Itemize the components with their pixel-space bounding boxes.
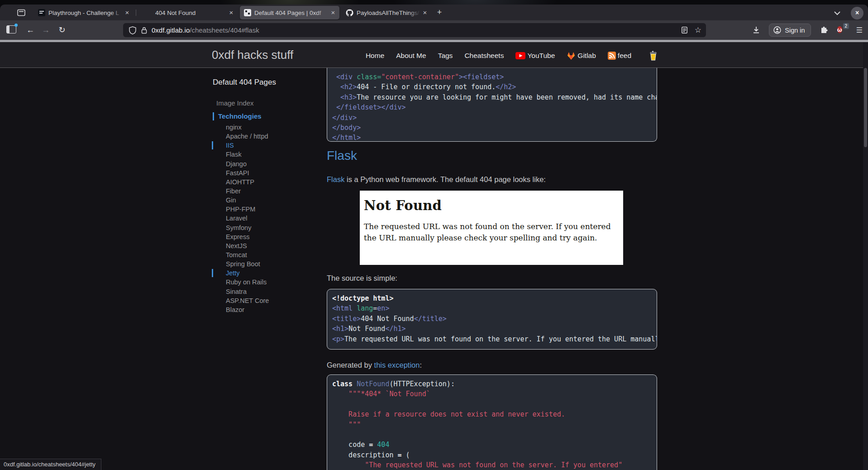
sidebar-item-express[interactable]: Express — [213, 232, 308, 241]
tab-playthrough[interactable]: Playthrough - Challenge L × — [34, 6, 134, 19]
code-line: class NotFound(HTTPException): — [332, 379, 657, 389]
sidebar-item-laravel[interactable]: Laravel — [213, 214, 308, 223]
scrollbar-thumb[interactable] — [864, 68, 867, 147]
bookmark-star-icon[interactable]: ☆ — [695, 25, 701, 35]
code-line: <h1>Not Found</h1> — [332, 324, 657, 334]
github-icon — [346, 9, 353, 16]
active-marker — [212, 141, 213, 149]
beer-cup-icon — [649, 51, 657, 61]
code-line — [332, 399, 657, 409]
active-marker — [212, 269, 213, 277]
tab-separator — [136, 10, 136, 16]
flask-link[interactable]: Flask — [327, 175, 344, 183]
site-title[interactable]: 0xdf hacks stuff — [212, 48, 293, 62]
sign-in-button[interactable]: Sign in — [769, 24, 811, 37]
sidebar-item-iis[interactable]: IIS — [213, 141, 308, 150]
sidebar-item-apache-httpd[interactable]: Apache / httpd — [213, 132, 308, 141]
sidebar-item-jetty[interactable]: Jetty — [213, 269, 308, 278]
sidebar-item-php-fpm[interactable]: PHP-FPM — [213, 205, 308, 214]
code-line: </html> — [332, 133, 657, 142]
sidebar-item-sinatra[interactable]: Sinatra — [213, 287, 308, 296]
sidebar-item-gin[interactable]: Gin — [213, 196, 308, 205]
code-line — [332, 430, 657, 440]
nav-tags[interactable]: Tags — [438, 52, 453, 60]
code-line: </div> — [332, 113, 657, 123]
account-icon — [773, 26, 781, 34]
tab-list-chevron-icon[interactable] — [834, 11, 841, 15]
new-tab-button[interactable]: + — [434, 7, 445, 18]
sidebar-item-blazor[interactable]: Blazor — [213, 305, 308, 314]
reload-button[interactable]: ↻ — [56, 24, 68, 36]
code-block-iis-404[interactable]: <div class="content-container"><fieldset… — [327, 68, 657, 142]
sidebar-item-nginx[interactable]: nginx — [213, 123, 308, 132]
flask-paragraph: Flask is a Python web framework. The def… — [327, 174, 546, 185]
code-line: <html lang=en> — [332, 303, 657, 313]
extension-icon[interactable]: ω 2 — [837, 25, 847, 35]
active-marker — [213, 112, 214, 120]
tab-close-icon[interactable]: × — [227, 8, 236, 17]
sidebar-item-django[interactable]: Django — [213, 159, 308, 168]
window-close-button[interactable]: × — [851, 7, 863, 19]
tab-close-icon[interactable]: × — [420, 8, 429, 17]
code-line: <h3>The resource you are looking for mig… — [332, 92, 657, 102]
sidebar-title: Default 404 Pages — [213, 78, 308, 87]
code-line: <p>The requested URL was not found on th… — [332, 334, 657, 344]
sidebar-section-technologies[interactable]: Technologies — [218, 112, 308, 120]
tab-favicon — [38, 9, 45, 16]
browser-window: Playthrough - Challenge L × 404 Not Foun… — [0, 5, 868, 470]
downloads-icon[interactable] — [753, 26, 760, 34]
code-line: """*404* `Not Found` — [332, 389, 657, 399]
lock-icon[interactable] — [141, 27, 147, 34]
sidebar-item-spring-boot[interactable]: Spring Boot — [213, 259, 308, 269]
tab-payloadsallthethings[interactable]: PayloadsAllTheThings/Ser × — [342, 6, 431, 19]
notfound-body: The requested URL was not found on the s… — [364, 221, 614, 244]
sidebar-item-flask[interactable]: Flask — [213, 150, 308, 159]
page-sidebar: Default 404 Pages Image Index Technologi… — [213, 78, 308, 314]
exception-link[interactable]: this exception — [374, 361, 420, 369]
nav-home[interactable]: Home — [366, 52, 384, 60]
generated-paragraph: Generated by this exception: — [327, 360, 422, 370]
code-line: <h2>404 - File or directory not found.</… — [332, 82, 657, 92]
nav-tip-cup[interactable] — [649, 51, 657, 61]
sidebar-item-nextjs[interactable]: NextJS — [213, 241, 308, 250]
extensions-puzzle-icon[interactable] — [820, 26, 828, 34]
gitlab-icon — [567, 52, 576, 60]
source-paragraph: The source is simple: — [327, 273, 397, 283]
code-block-flask-html[interactable]: <!doctype html><html lang=en><title>404 … — [327, 289, 657, 350]
tab-manager-icon[interactable] — [15, 8, 27, 18]
menu-hamburger-icon[interactable]: ☰ — [856, 26, 863, 34]
forward-button[interactable]: → — [40, 24, 52, 36]
sidebar-item-symfony[interactable]: Symfony — [213, 223, 308, 232]
sidebar-item-image-index[interactable]: Image Index — [216, 99, 308, 107]
code-line: "The requested URL was not found on the … — [332, 460, 657, 470]
browser-toolbar: ← → ↻ 0xdf.gitlab.io/cheatsheets/404#fla… — [0, 20, 868, 40]
reader-mode-icon[interactable] — [682, 27, 687, 34]
nav-gitlab[interactable]: Gitlab — [567, 52, 596, 60]
code-block-notfound-class[interactable]: class NotFound(HTTPException): """*404* … — [327, 374, 657, 470]
section-heading-flask[interactable]: Flask — [327, 149, 357, 163]
page-viewport[interactable]: 0xdf hacks stuff Home About Me Tags Chea… — [0, 40, 868, 470]
nav-youtube[interactable]: YouTube — [515, 52, 555, 60]
code-line: <div class="content-container"><fieldset… — [332, 72, 657, 82]
sidebar-item-fastapi[interactable]: FastAPI — [213, 168, 308, 177]
sidebar-item-aiohttp[interactable]: AIOHTTP — [213, 177, 308, 187]
tab-close-icon[interactable]: × — [123, 8, 132, 17]
code-line: </fieldset></div> — [332, 102, 657, 112]
back-button[interactable]: ← — [24, 24, 36, 36]
tab-404-not-found[interactable]: 404 Not Found × — [138, 6, 238, 19]
page-scrollbar[interactable] — [863, 42, 868, 470]
shield-icon[interactable] — [129, 26, 136, 34]
sidebar-item-fiber[interactable]: Fiber — [213, 187, 308, 196]
sidebar-item-tomcat[interactable]: Tomcat — [213, 250, 308, 259]
site-header: 0xdf hacks stuff Home About Me Tags Chea… — [0, 42, 868, 68]
url-bar[interactable]: 0xdf.gitlab.io/cheatsheets/404#flask ☆ — [123, 23, 706, 37]
code-line: """ — [332, 420, 657, 430]
sidebar-item-asp-net-core[interactable]: ASP.NET Core — [213, 296, 308, 305]
nav-cheatsheets[interactable]: Cheatsheets — [464, 52, 504, 60]
nav-about-me[interactable]: About Me — [396, 52, 426, 60]
sidebar-item-ruby-on-rails[interactable]: Ruby on Rails — [213, 278, 308, 287]
tab-default-404-pages[interactable]: Default 404 Pages | 0xdf × — [240, 6, 339, 19]
tab-close-icon[interactable]: × — [329, 8, 338, 17]
nav-feed[interactable]: feed — [608, 52, 631, 60]
sidebar-toggle-icon[interactable] — [6, 25, 16, 34]
